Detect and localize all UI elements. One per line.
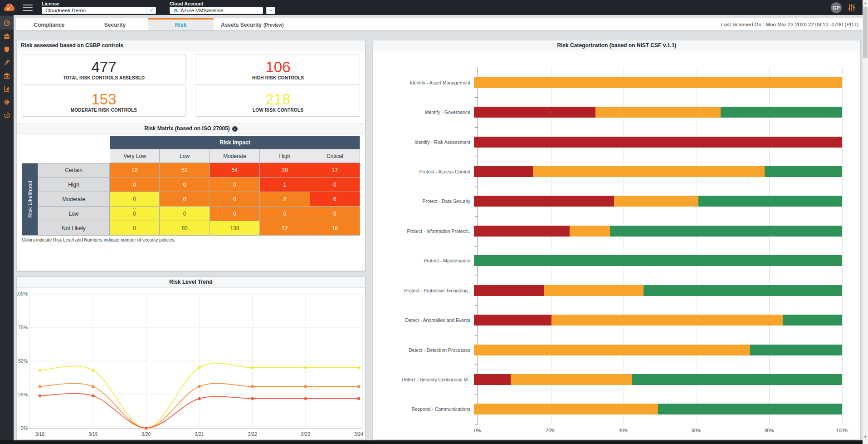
trend-point-low-risk[interactable] [357,366,360,369]
category-row: Protect - Data Security [373,187,842,216]
bar-segment-moderate-risk[interactable] [551,315,784,326]
bar-zone [474,107,842,118]
impact-level-header: Low [160,149,210,163]
trend-point-low-risk[interactable] [92,369,94,372]
tab-risk[interactable]: Risk [148,18,214,30]
stacked-bar[interactable] [474,315,842,326]
matrix-cell: 0 [110,192,160,207]
trend-point-moderate-risk[interactable] [304,385,307,388]
bar-segment-low-risk[interactable] [750,345,842,355]
chevron-down-icon[interactable] [146,7,156,14]
sidebar-item-shield[interactable] [0,43,14,56]
trend-point-low-risk[interactable] [251,366,254,369]
bar-segment-high-risk[interactable] [474,166,533,177]
cloud-account-select[interactable]: Azure VMBaseline [170,7,263,14]
bar-segment-moderate-risk[interactable] [570,226,610,237]
stacked-bar[interactable] [474,196,842,207]
tab-assets-security[interactable]: Assets Security(Preview) [214,18,291,30]
stacked-bar[interactable] [474,226,842,237]
bar-segment-high-risk[interactable] [474,137,842,148]
bar-segment-low-risk[interactable] [632,374,842,385]
cloudneeti-logo[interactable] [0,3,20,13]
trend-point-high-risk[interactable] [251,397,254,400]
stacked-bar[interactable] [474,166,842,177]
scroll-down-arrow[interactable]: ▼ [863,434,868,440]
trend-point-moderate-risk[interactable] [198,385,200,388]
trend-point-high-risk[interactable] [145,427,147,429]
bar-segment-high-risk[interactable] [474,374,511,385]
bar-segment-moderate-risk[interactable] [474,345,750,355]
trend-point-low-risk[interactable] [304,366,307,369]
trend-point-moderate-risk[interactable] [39,385,41,388]
trend-point-high-risk[interactable] [92,395,94,397]
likelihood-level-label: Low [38,207,110,221]
sidebar-item-gavel[interactable] [0,56,14,69]
matrix-cell: 0 [260,207,310,221]
filters-icon[interactable] [848,4,855,12]
stacked-bar[interactable] [474,107,842,118]
trend-point-high-risk[interactable] [39,395,41,397]
license-label: License [42,1,156,6]
bar-segment-low-risk[interactable] [644,285,842,296]
trend-point-low-risk[interactable] [39,369,41,372]
license-select[interactable]: Cloudneeti Demo [42,7,156,14]
tab-security[interactable]: Security [82,18,148,30]
sidebar-item-bank[interactable] [0,69,14,82]
bar-segment-high-risk[interactable] [474,315,551,326]
trend-point-moderate-risk[interactable] [357,385,360,388]
trend-point-high-risk[interactable] [304,397,307,400]
bar-segment-moderate-risk[interactable] [614,196,699,207]
sidebar-item-dashboard[interactable] [0,16,14,30]
trend-point-high-risk[interactable] [198,397,200,400]
matrix-cell: 0 [310,207,360,221]
bar-segment-low-risk[interactable] [610,226,842,237]
trend-xtick-label: 3/21 [195,431,204,437]
sidebar-item-gear[interactable] [0,95,14,109]
trend-xtick-label: 3/23 [301,431,311,437]
bar-segment-moderate-risk[interactable] [474,77,842,88]
avatar[interactable]: GP [831,2,842,13]
stacked-bar[interactable] [474,374,842,385]
vertical-scrollbar[interactable]: ▲ ▼ [863,0,868,440]
info-icon[interactable]: i [232,126,238,132]
bar-segment-high-risk[interactable] [474,196,614,207]
menu-icon[interactable] [23,5,33,11]
trend-point-moderate-risk[interactable] [92,385,94,388]
stacked-bar[interactable] [474,404,842,414]
stat-value: 477 [91,59,116,75]
stacked-bar[interactable] [474,77,842,88]
bar-segment-low-risk[interactable] [474,255,842,266]
bar-segment-low-risk[interactable] [658,404,842,414]
bar-segment-moderate-risk[interactable] [533,166,765,177]
stacked-bar[interactable] [474,285,842,296]
bar-segment-low-risk[interactable] [698,196,842,207]
stat-label: HIGH RISK CONTROLS [252,75,304,80]
bar-segment-high-risk[interactable] [474,285,544,296]
bar-segment-moderate-risk[interactable] [511,374,632,385]
scroll-up-arrow[interactable]: ▲ [863,0,868,6]
scrollbar-thumb[interactable] [863,7,868,58]
bar-segment-moderate-risk[interactable] [595,107,721,118]
bar-segment-low-risk[interactable] [783,315,842,326]
matrix-corner [22,136,110,163]
matrix-cell: 138 [210,221,260,236]
bar-segment-moderate-risk[interactable] [474,404,658,414]
sidebar-item-bar-chart[interactable] [0,82,14,95]
bar-segment-moderate-risk[interactable] [544,285,643,296]
tab-compliance[interactable]: Compliance [16,18,82,30]
stacked-bar[interactable] [474,255,842,266]
sidebar-item-briefcase[interactable] [0,30,14,43]
trend-point-low-risk[interactable] [198,366,200,369]
bar-segment-high-risk[interactable] [474,226,570,237]
trend-point-moderate-risk[interactable] [251,385,254,388]
bar-segment-low-risk[interactable] [765,166,842,177]
stacked-bar[interactable] [474,137,842,148]
stacked-bar[interactable] [474,345,842,355]
bar-segment-high-risk[interactable] [474,107,595,118]
categorization-xtick-label: 80% [765,428,774,433]
sidebar-item-history[interactable] [0,109,14,122]
trend-point-high-risk[interactable] [357,397,360,400]
cloud-account-chevron[interactable] [266,7,275,14]
category-label: Protect - Data Security [373,198,474,204]
bar-segment-low-risk[interactable] [721,107,842,118]
